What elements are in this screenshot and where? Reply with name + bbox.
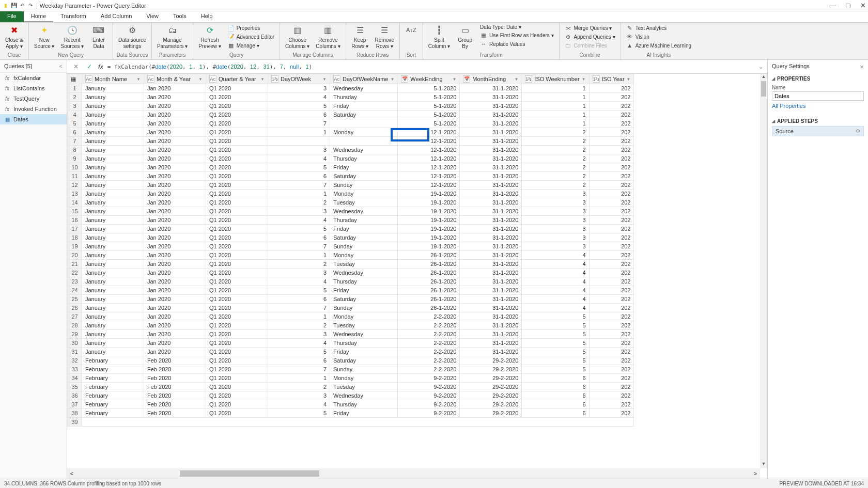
cell[interactable]: Tuesday: [330, 383, 398, 391]
row-number[interactable]: 18: [68, 233, 82, 242]
cell[interactable]: 31-1-2020: [460, 137, 522, 146]
azure-ml-button[interactable]: ▲Azure Machine Learning: [624, 41, 693, 50]
cell[interactable]: 5: [268, 286, 330, 295]
cell[interactable]: 12-1-2020: [398, 128, 460, 137]
cell[interactable]: 26-1-2020: [398, 277, 460, 286]
cell[interactable]: Q1 2020: [206, 286, 268, 295]
cell[interactable]: 26-1-2020: [398, 304, 460, 312]
cell[interactable]: 31-1-2020: [460, 163, 522, 172]
cell[interactable]: 31-1-2020: [460, 225, 522, 233]
cell[interactable]: 1: [522, 119, 589, 128]
row-number[interactable]: 22: [68, 269, 82, 277]
step-source[interactable]: Source ⚙: [772, 126, 864, 136]
cell[interactable]: Jan 2020: [144, 295, 206, 304]
cell[interactable]: 5: [522, 356, 589, 365]
cell[interactable]: Q1 2020: [206, 339, 268, 348]
type-icon[interactable]: 📅: [463, 75, 470, 83]
cell[interactable]: Jan 2020: [144, 84, 206, 93]
cell[interactable]: Q1 2020: [206, 216, 268, 225]
type-icon[interactable]: 1²₃: [525, 75, 532, 83]
row-number[interactable]: 28: [68, 321, 82, 330]
row-number[interactable]: 6: [68, 128, 82, 137]
cell[interactable]: 202: [589, 233, 634, 242]
cell[interactable]: 202: [589, 251, 634, 260]
properties-button[interactable]: 📄Properties: [225, 24, 276, 32]
cell[interactable]: 6: [522, 374, 589, 383]
row-number[interactable]: 29: [68, 330, 82, 339]
cell[interactable]: 7: [268, 365, 330, 374]
cell[interactable]: 2-2-2020: [398, 348, 460, 356]
cell[interactable]: 19-1-2020: [398, 190, 460, 198]
cell[interactable]: 1: [268, 374, 330, 383]
cell[interactable]: Q1 2020: [206, 269, 268, 277]
cell[interactable]: Jan 2020: [144, 242, 206, 251]
row-number[interactable]: 30: [68, 339, 82, 348]
cell[interactable]: 26-1-2020: [398, 269, 460, 277]
row-number[interactable]: 19: [68, 242, 82, 251]
cell[interactable]: 29-2-2020: [460, 391, 522, 400]
cell[interactable]: 12-1-2020: [398, 154, 460, 163]
cell[interactable]: 6: [268, 172, 330, 181]
cell[interactable]: January: [82, 277, 144, 286]
cell[interactable]: 31-1-2020: [460, 304, 522, 312]
cell[interactable]: Q1 2020: [206, 365, 268, 374]
cell[interactable]: Thursday: [330, 339, 398, 348]
cell[interactable]: 7: [268, 242, 330, 251]
cell[interactable]: 202: [589, 348, 634, 356]
cell[interactable]: Saturday: [330, 233, 398, 242]
cell[interactable]: 1: [268, 128, 330, 137]
cell[interactable]: 6: [268, 111, 330, 119]
cell[interactable]: Saturday: [330, 111, 398, 119]
query-name-input[interactable]: [772, 91, 864, 101]
cell[interactable]: Jan 2020: [144, 216, 206, 225]
cell[interactable]: 3: [522, 207, 589, 216]
cell[interactable]: 202: [589, 225, 634, 233]
cell[interactable]: 12-1-2020: [398, 137, 460, 146]
cell[interactable]: Q1 2020: [206, 84, 268, 93]
cell[interactable]: 5-1-2020: [398, 84, 460, 93]
filter-dropdown-icon[interactable]: ▼: [198, 77, 203, 82]
cell[interactable]: 202: [589, 391, 634, 400]
cell[interactable]: 5: [522, 365, 589, 374]
row-number[interactable]: 8: [68, 146, 82, 154]
cell[interactable]: Thursday: [330, 93, 398, 102]
cell[interactable]: 3: [522, 225, 589, 233]
cell[interactable]: Jan 2020: [144, 339, 206, 348]
cell[interactable]: January: [82, 225, 144, 233]
cell[interactable]: Thursday: [330, 154, 398, 163]
cell[interactable]: Jan 2020: [144, 154, 206, 163]
cell[interactable]: [330, 119, 398, 128]
cell[interactable]: 202: [589, 216, 634, 225]
cell[interactable]: 6: [268, 233, 330, 242]
cell[interactable]: 202: [589, 198, 634, 207]
cell[interactable]: 4: [268, 154, 330, 163]
cell[interactable]: Q1 2020: [206, 321, 268, 330]
type-icon[interactable]: 1²₃: [593, 75, 600, 83]
cell[interactable]: Q1 2020: [206, 304, 268, 312]
cell[interactable]: Tuesday: [330, 321, 398, 330]
collapse-queries-icon[interactable]: <: [59, 63, 63, 69]
cell[interactable]: 19-1-2020: [398, 225, 460, 233]
cell[interactable]: 5-1-2020: [398, 102, 460, 111]
cell[interactable]: Q1 2020: [206, 137, 268, 146]
cell[interactable]: 202: [589, 321, 634, 330]
cell[interactable]: Friday: [330, 348, 398, 356]
row-number[interactable]: 34: [68, 374, 82, 383]
cell[interactable]: January: [82, 146, 144, 154]
cell[interactable]: Q1 2020: [206, 312, 268, 321]
cell[interactable]: Jan 2020: [144, 260, 206, 269]
expand-formula-icon[interactable]: ⌄: [758, 64, 763, 70]
row-number[interactable]: 9: [68, 154, 82, 163]
cell[interactable]: 26-1-2020: [398, 295, 460, 304]
undo-icon[interactable]: ↶: [19, 2, 26, 9]
cell[interactable]: [268, 137, 330, 146]
type-icon[interactable]: 📅: [401, 75, 408, 83]
cell[interactable]: Q1 2020: [206, 146, 268, 154]
cell[interactable]: 31-1-2020: [460, 233, 522, 242]
cell[interactable]: 6: [522, 383, 589, 391]
remove-rows-button[interactable]: ☰Remove Rows ▾: [373, 24, 396, 51]
column-header[interactable]: ACMonth & Year▼: [144, 74, 206, 84]
cell[interactable]: Jan 2020: [144, 207, 206, 216]
cell[interactable]: 3: [268, 146, 330, 154]
column-header[interactable]: ACQuarter & Year▼: [206, 74, 268, 84]
